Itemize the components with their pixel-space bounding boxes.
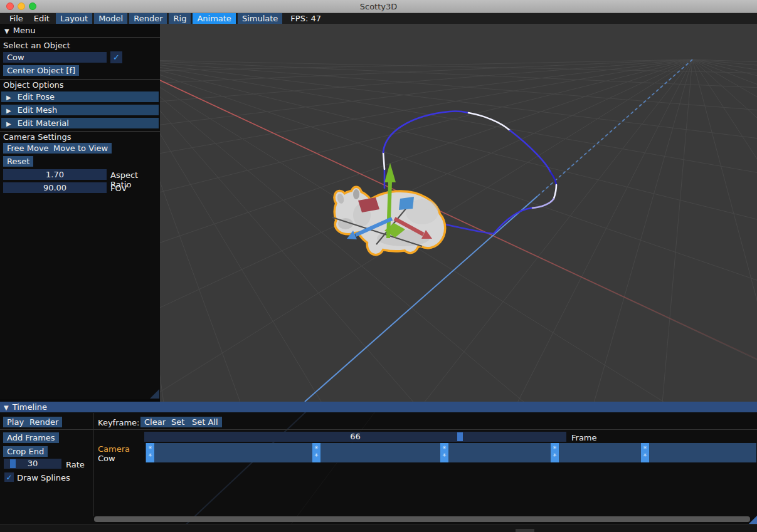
rate-label: Rate	[66, 460, 85, 469]
collapsed-arrow-icon: ▶	[6, 118, 11, 129]
collapsed-arrow-icon: ▶	[6, 105, 11, 116]
separator	[0, 37, 160, 38]
edit-pose-header[interactable]: ▶Edit Pose	[1, 91, 159, 102]
keyframe-icon: ✳	[312, 453, 320, 458]
keyframe-marker[interactable]: ✳✳	[641, 443, 649, 462]
keyframe-marker[interactable]: ✳✳	[146, 443, 154, 462]
play-button[interactable]: Play	[3, 417, 28, 427]
mode-tab-simulate[interactable]: Simulate	[238, 13, 282, 24]
timeline-panel: ▼Timeline Play Render Keyframe: Clear Se…	[0, 402, 757, 532]
window-title: Scotty3D	[0, 2, 757, 11]
keyframe-icon: ✳	[440, 446, 448, 451]
draw-splines-checkbox[interactable]: ✓	[4, 472, 14, 482]
add-frames-button[interactable]: Add Frames	[3, 432, 59, 443]
check-icon: ✓	[113, 53, 120, 62]
menu-panel-header[interactable]: ▼Menu	[4, 25, 35, 36]
rate-slider-value: 30	[28, 459, 38, 468]
frame-slider[interactable]: 66	[144, 432, 566, 442]
keyframe-icon: ✳	[312, 446, 320, 451]
keyframe-icon: ✳	[641, 453, 649, 458]
bottom-strip	[0, 524, 757, 532]
keyframe-icon: ✳	[641, 446, 649, 451]
keyframe-track[interactable]: ✳✳✳✳✳✳✳✳✳✳	[146, 443, 756, 462]
keyframe-marker[interactable]: ✳✳	[312, 443, 320, 462]
frame-label: Frame	[571, 433, 597, 442]
frame-slider-handle[interactable]	[457, 432, 463, 441]
check-icon: ✓	[6, 473, 12, 482]
scotty3d-window: Scotty3D File Edit Layout Model Render R…	[0, 0, 757, 532]
mode-tab-animate[interactable]: Animate	[193, 13, 235, 24]
collapse-arrow-icon: ▼	[4, 26, 9, 36]
keyframe-icon: ✳	[551, 446, 559, 451]
separator	[0, 131, 160, 132]
collapsed-arrow-icon: ▶	[6, 92, 11, 103]
keyframe-set-button[interactable]: Set	[167, 417, 188, 427]
separator	[0, 429, 757, 430]
keyframe-set-all-button[interactable]: Set All	[188, 417, 222, 427]
camera-settings-label: Camera Settings	[3, 132, 71, 142]
menu-panel: ▼Menu Select an Object Cow ✓ Center Obje…	[0, 24, 160, 399]
timeline-panel-header[interactable]: ▼Timeline	[0, 402, 757, 412]
separator	[93, 413, 93, 516]
keyframe-icon: ✳	[146, 453, 154, 458]
keyframe-marker[interactable]: ✳✳	[551, 443, 559, 462]
keyframe-icon: ✳	[146, 446, 154, 451]
keyframe-icon: ✳	[440, 453, 448, 458]
menu-edit[interactable]: Edit	[29, 13, 54, 24]
menu-file[interactable]: File	[5, 13, 28, 24]
center-object-button[interactable]: Center Object [f]	[3, 65, 79, 76]
object-select-dropdown[interactable]: Cow	[3, 52, 107, 63]
window-resize-grip[interactable]	[749, 516, 757, 524]
fps-counter: FPS: 47	[287, 14, 325, 23]
object-options-label: Object Options	[3, 80, 64, 90]
mode-tab-render[interactable]: Render	[129, 13, 167, 24]
fov-input[interactable]: 90.00	[3, 182, 107, 193]
title-bar: Scotty3D	[0, 0, 757, 13]
mode-tab-layout[interactable]: Layout	[56, 13, 92, 24]
frame-slider-value: 66	[350, 432, 361, 441]
panel-resize-grip[interactable]	[150, 389, 159, 399]
render-button[interactable]: Render	[26, 417, 62, 427]
timeline-horizontal-scrollbar[interactable]	[94, 516, 750, 522]
move-to-view-button[interactable]: Move to View	[50, 143, 112, 154]
aspect-ratio-input[interactable]: 1.70	[3, 169, 107, 180]
bottom-scrollbar-thumb[interactable]	[516, 529, 534, 532]
reset-camera-button[interactable]: Reset	[3, 156, 33, 167]
track-label-cow[interactable]: Cow	[98, 454, 115, 463]
rate-slider[interactable]: 30	[4, 459, 61, 469]
crop-end-button[interactable]: Crop End	[3, 446, 48, 457]
keyframe-marker[interactable]: ✳✳	[440, 443, 448, 462]
keyframe-label: Keyframe:	[98, 418, 140, 427]
gizmo-plane-z	[399, 197, 414, 210]
edit-mesh-header[interactable]: ▶Edit Mesh	[1, 105, 159, 115]
viewport-3d[interactable]	[160, 24, 757, 402]
track-label-camera[interactable]: Camera	[98, 444, 130, 454]
fov-label: FOV	[110, 184, 127, 193]
rate-slider-handle[interactable]	[10, 459, 16, 468]
menu-bar: File Edit Layout Model Render Rig Animat…	[0, 13, 757, 24]
separator	[0, 79, 160, 80]
mode-tab-rig[interactable]: Rig	[169, 13, 191, 24]
free-move-button[interactable]: Free Move	[3, 143, 53, 154]
keyframe-clear-button[interactable]: Clear	[140, 417, 169, 427]
edit-material-header[interactable]: ▶Edit Material	[1, 118, 159, 128]
collapse-arrow-icon: ▼	[4, 402, 9, 413]
draw-splines-label: Draw Splines	[17, 473, 70, 482]
object-visibility-checkbox[interactable]: ✓	[110, 51, 122, 63]
select-object-label: Select an Object	[3, 41, 70, 50]
mode-tab-model[interactable]: Model	[94, 13, 127, 24]
keyframe-icon: ✳	[551, 453, 559, 458]
